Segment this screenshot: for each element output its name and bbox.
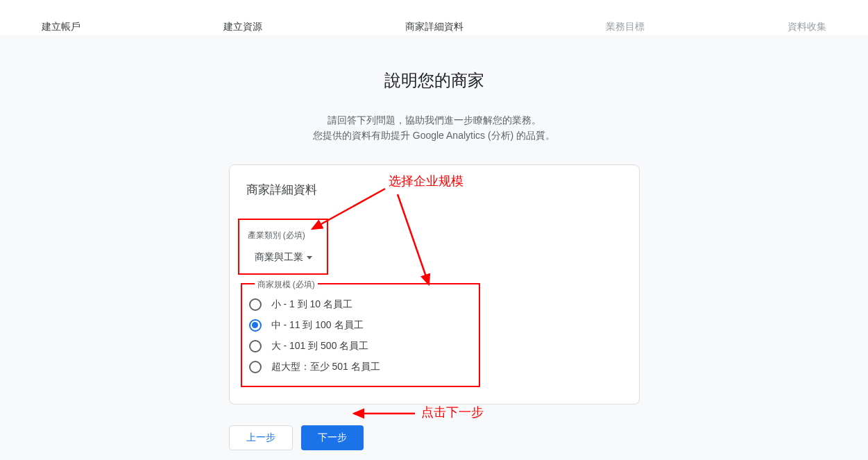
card-title: 商家詳細資料	[246, 182, 317, 198]
step-resource[interactable]: 建立資源	[223, 21, 262, 35]
prev-button[interactable]: 上一步	[229, 425, 293, 450]
next-button[interactable]: 下一步	[301, 425, 364, 450]
setup-stepper: 建立帳戶 建立資源 商家詳細資料 業務目標 資料收集	[0, 0, 868, 35]
step-account[interactable]: 建立帳戶	[42, 21, 80, 35]
radio-icon	[249, 319, 262, 332]
industry-category-dropdown[interactable]: 商業與工業	[255, 251, 312, 264]
page-subtitle-2: 您提供的資料有助提升 Google Analytics (分析) 的品質。	[0, 128, 868, 143]
business-size-label: 商家規模 (必填)	[255, 279, 318, 291]
action-buttons-row: 上一步 下一步	[229, 425, 640, 450]
radio-label: 小 - 1 到 10 名員工	[271, 298, 352, 311]
radio-option-small[interactable]: 小 - 1 到 10 名員工	[249, 294, 472, 315]
radio-icon	[249, 298, 262, 311]
radio-option-xlarge[interactable]: 超大型：至少 501 名員工	[249, 357, 472, 377]
radio-label: 超大型：至少 501 名員工	[271, 361, 380, 373]
business-size-radio-group: 小 - 1 到 10 名員工 中 - 11 到 100 名員工 大 - 101 …	[249, 294, 472, 377]
page-title: 說明您的商家	[0, 69, 868, 92]
radio-label: 大 - 101 到 500 名員工	[271, 340, 369, 352]
step-data-collection: 資料收集	[788, 21, 826, 35]
chevron-down-icon	[307, 256, 312, 259]
radio-icon	[249, 340, 262, 352]
radio-option-large[interactable]: 大 - 101 到 500 名員工	[249, 336, 472, 357]
page-subtitle-1: 請回答下列問題，協助我們進一步瞭解您的業務。	[0, 112, 868, 128]
industry-category-selected: 商業與工業	[255, 251, 303, 264]
business-size-section: 商家規模 (必填) 小 - 1 到 10 名員工 中 - 11 到 100 名員…	[241, 283, 480, 387]
industry-category-label: 產業類別 (必填)	[248, 230, 318, 241]
industry-category-section: 產業類別 (必填) 商業與工業	[238, 219, 328, 275]
business-details-card: 商家詳細資料 產業類別 (必填) 商業與工業 商家規模 (必填) 小 - 1 到…	[229, 164, 640, 404]
step-business-details[interactable]: 商家詳細資料	[405, 21, 463, 35]
radio-label: 中 - 11 到 100 名員工	[271, 319, 364, 332]
step-business-goals: 業務目標	[606, 21, 645, 35]
radio-icon	[249, 361, 262, 373]
radio-option-medium[interactable]: 中 - 11 到 100 名員工	[249, 315, 472, 336]
